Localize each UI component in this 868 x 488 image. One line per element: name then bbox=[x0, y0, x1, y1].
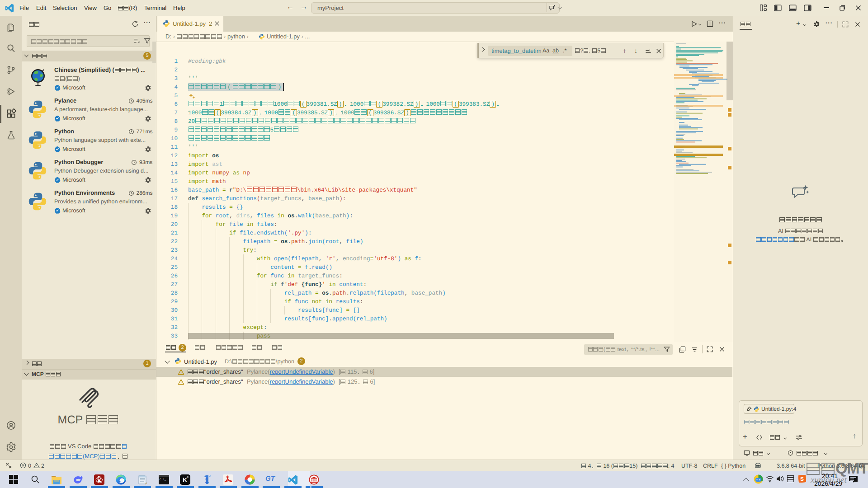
svg-text:C:\_: C:\_ bbox=[160, 478, 166, 481]
svg-text:S: S bbox=[800, 476, 804, 482]
svg-text:K: K bbox=[183, 476, 187, 483]
svg-text:1: 1 bbox=[205, 477, 209, 485]
